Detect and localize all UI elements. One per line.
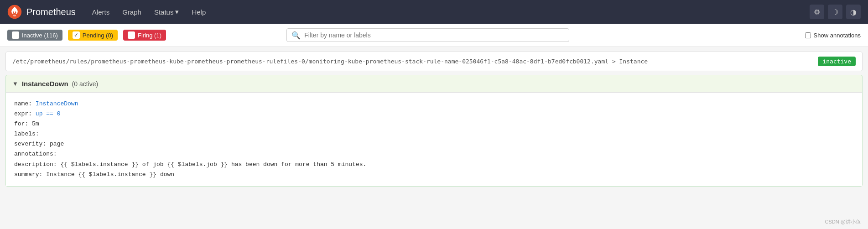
inactive-check-icon: ✓ — [12, 31, 19, 39]
expr-value: up == 0 — [36, 110, 61, 117]
description-label: description: — [14, 161, 57, 168]
rule-labels-line: labels: — [14, 129, 854, 139]
rule-name-line: name: InstanceDown — [14, 99, 854, 109]
navbar: Prometheus Alerts Graph Status ▾ Help ⚙ … — [0, 0, 868, 24]
svg-point-1 — [13, 15, 16, 16]
navbar-icons: ⚙ ☽ ◑ — [810, 5, 861, 19]
firing-check-icon: ✓ — [128, 31, 135, 39]
annotations-label: annotations: — [14, 151, 57, 157]
nav-item-graph[interactable]: Graph — [117, 8, 147, 16]
rule-annotations-line: annotations: — [14, 149, 854, 159]
chevron-down-icon: ▾ — [175, 8, 179, 16]
filter-bar: ✓ Inactive (116) ✓ Pending (0) ✓ Firing … — [0, 24, 868, 47]
theme-dark-button[interactable]: ◑ — [846, 5, 861, 19]
name-label: name: — [14, 100, 32, 107]
collapse-icon: ▼ — [12, 80, 18, 87]
severity-value: page — [50, 141, 64, 147]
rule-severity-line: severity: page — [14, 139, 854, 149]
search-wrapper: 🔍 — [286, 28, 569, 42]
pending-label: Pending (0) — [83, 32, 113, 39]
rule-group-header[interactable]: ▼ InstanceDown (0 active) — [6, 75, 862, 92]
settings-button[interactable]: ⚙ — [810, 5, 824, 19]
show-annotations-checkbox[interactable] — [805, 32, 811, 38]
inactive-filter-button[interactable]: ✓ Inactive (116) — [7, 30, 62, 41]
rule-group-active-count: (0 active) — [72, 80, 99, 88]
nav-item-help[interactable]: Help — [186, 8, 211, 16]
rule-summary-line: summary: Instance {{ $labels.instance }}… — [14, 170, 854, 180]
show-annotations-text: Show annotations — [814, 32, 861, 39]
rule-expr-line: expr: up == 0 — [14, 109, 854, 119]
nav-link-alerts[interactable]: Alerts — [87, 5, 115, 19]
expr-label: expr: — [14, 110, 32, 117]
inactive-status-badge: inactive — [818, 57, 856, 66]
rule-for-line: for: 5m — [14, 119, 854, 129]
summary-value: Instance {{ $labels.instance }} down — [46, 171, 174, 178]
rule-detail: name: InstanceDown expr: up == 0 for: 5m… — [6, 92, 862, 186]
nav-link-help[interactable]: Help — [186, 5, 211, 19]
nav-item-status[interactable]: Status ▾ — [149, 5, 185, 19]
nav-dropdown-status[interactable]: Status ▾ — [149, 5, 185, 19]
for-value: 5m — [32, 120, 39, 127]
description-value: {{ $labels.instance }} of job {{ $labels… — [60, 161, 366, 168]
rule-description-line: description: {{ $labels.instance }} of j… — [14, 160, 854, 170]
firing-label: Firing (1) — [138, 32, 161, 39]
rule-path-text: /etc/prometheus/rules/prometheus-prometh… — [12, 58, 648, 65]
nav-link-graph[interactable]: Graph — [117, 5, 147, 19]
theme-half-button[interactable]: ☽ — [828, 5, 842, 19]
labels-label: labels: — [14, 130, 39, 137]
nav-item-alerts[interactable]: Alerts — [87, 8, 115, 16]
nav-list: Alerts Graph Status ▾ Help — [87, 5, 211, 19]
for-label: for: — [14, 120, 28, 127]
firing-filter-button[interactable]: ✓ Firing (1) — [123, 30, 166, 41]
rule-group-name: InstanceDown — [22, 80, 68, 88]
summary-label: summary: — [14, 171, 42, 178]
search-input[interactable] — [301, 29, 564, 42]
severity-label: severity: — [14, 141, 46, 147]
search-icon: 🔍 — [291, 31, 301, 40]
name-value: InstanceDown — [36, 100, 78, 107]
pending-filter-button[interactable]: ✓ Pending (0) — [68, 30, 118, 41]
pending-check-icon: ✓ — [73, 31, 80, 39]
rule-path-row: /etc/prometheus/rules/prometheus-prometh… — [5, 52, 863, 71]
rule-group: ▼ InstanceDown (0 active) name: Instance… — [5, 75, 863, 187]
brand-label: Prometheus — [26, 7, 76, 17]
prometheus-logo-icon — [7, 5, 22, 19]
inactive-label: Inactive (116) — [22, 32, 58, 39]
show-annotations-label: Show annotations — [805, 32, 861, 39]
brand-link[interactable]: Prometheus — [7, 5, 76, 19]
